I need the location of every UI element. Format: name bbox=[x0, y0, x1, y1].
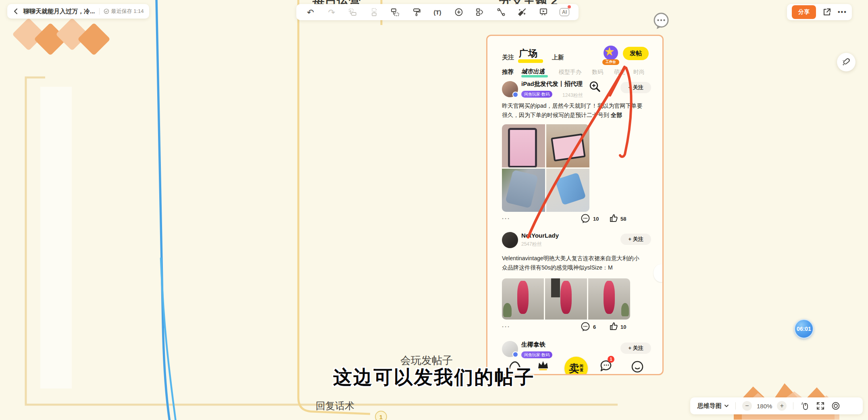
avatar-badge-icon bbox=[512, 351, 518, 357]
cat-recommend[interactable]: 推荐 bbox=[502, 68, 514, 76]
relation-line-button[interactable] bbox=[495, 6, 507, 18]
phone-screenshot-frame[interactable]: 关注 广场 上新 ★ 工作台 发帖 推荐 城市出逃 模型手办 数码 萌宠 时尚 … bbox=[486, 35, 664, 375]
outline-structure-button[interactable] bbox=[474, 6, 486, 18]
like-count: 10 bbox=[620, 324, 626, 330]
messages-tab[interactable]: 1 bbox=[599, 359, 615, 374]
cat-models[interactable]: 模型手办 bbox=[559, 69, 581, 76]
view-mode-label: 思维导图 bbox=[697, 402, 722, 410]
saved-check-icon bbox=[104, 8, 109, 14]
sell-sublabel: 闲置 bbox=[580, 364, 583, 372]
cat-pets[interactable]: 萌宠 bbox=[614, 69, 625, 76]
like-count: 58 bbox=[620, 216, 626, 222]
post-more-menu[interactable]: ··· bbox=[502, 215, 510, 222]
comment-icon[interactable] bbox=[580, 322, 591, 332]
author-level-badge: 闲鱼玩家·数码 bbox=[521, 351, 552, 358]
tab-square[interactable]: 广场 bbox=[519, 47, 537, 60]
post-image[interactable] bbox=[546, 124, 589, 167]
comment-count: 6 bbox=[593, 324, 596, 330]
post-text: 昨天官网买的ipad，居然今天就到了！我以为官网下单要很久，因为下单的时候写的是… bbox=[502, 101, 645, 120]
post-author[interactable]: 生椰拿铁 bbox=[521, 341, 545, 349]
profile-tab-icon[interactable] bbox=[631, 360, 644, 374]
magic-wand-button[interactable] bbox=[516, 6, 528, 18]
zoom-out-button[interactable]: − bbox=[742, 401, 752, 411]
post-image[interactable] bbox=[502, 169, 545, 212]
topright-actions: 分享 ••• bbox=[787, 4, 852, 20]
post-author[interactable]: NotYourLady bbox=[521, 232, 559, 239]
post-image-grid[interactable] bbox=[502, 124, 589, 212]
workbench-button[interactable]: ★ 工作台 bbox=[602, 46, 620, 65]
fullscreen-button[interactable] bbox=[815, 401, 826, 411]
post-image-row[interactable] bbox=[502, 278, 630, 320]
insert-sibling-node-button[interactable] bbox=[347, 6, 359, 18]
tab-new[interactable]: 上新 bbox=[552, 54, 564, 61]
frame-comment-bubble-icon[interactable] bbox=[652, 12, 670, 30]
document-header: 聊聊天就能月入过万，冷... 最近保存 1:14 bbox=[7, 4, 149, 19]
post-more-menu[interactable]: ··· bbox=[502, 323, 510, 330]
like-icon[interactable] bbox=[608, 321, 619, 331]
insert-child-node-button[interactable] bbox=[389, 6, 401, 18]
ai-notification-dot bbox=[568, 5, 571, 8]
back-icon[interactable] bbox=[13, 8, 19, 15]
post-text: Velentinavintage明艳大美人复古连衣裙来自意大利的小众品牌这件很有… bbox=[502, 254, 645, 272]
document-title[interactable]: 聊聊天就能月入过万，冷... bbox=[23, 8, 95, 15]
like-icon[interactable] bbox=[608, 213, 619, 223]
crown-play-tab-icon[interactable] bbox=[537, 359, 550, 372]
text-tool-button[interactable]: (T) bbox=[431, 6, 443, 18]
main-toolbar: ↶ ↷ (T) AI bbox=[296, 4, 579, 20]
recording-timer[interactable]: 06:01 bbox=[794, 319, 814, 339]
sell-button[interactable]: 卖 闲置 bbox=[564, 357, 588, 375]
mouse-mode-button[interactable] bbox=[800, 401, 810, 411]
zoom-cursor-icon bbox=[588, 80, 603, 95]
post-more-link[interactable]: 全部 bbox=[611, 112, 622, 118]
follower-count: 1243粉丝 bbox=[562, 92, 583, 99]
app-canvas: 每日运营 分支主题 2 会玩发帖子 回复话术 1 关注 广场 上新 ★ 工作台 … bbox=[0, 0, 868, 420]
export-link-icon[interactable] bbox=[822, 8, 831, 17]
magic-eraser-icon bbox=[841, 57, 851, 67]
cat-digital[interactable]: 数码 bbox=[592, 69, 603, 76]
insert-parent-node-button[interactable] bbox=[368, 6, 380, 18]
follow-button[interactable]: + 关注 bbox=[620, 343, 651, 354]
ai-assistant-button[interactable]: AI bbox=[558, 6, 570, 18]
save-status-text: 最近保存 1:14 bbox=[111, 8, 144, 15]
post-image[interactable] bbox=[502, 124, 545, 167]
zoom-level: 180% bbox=[757, 403, 772, 410]
tab-follow[interactable]: 关注 bbox=[502, 54, 514, 61]
zoom-in-button[interactable]: + bbox=[777, 401, 787, 411]
chevron-down-icon bbox=[724, 403, 729, 408]
cat-fashion[interactable]: 时尚 bbox=[633, 69, 645, 76]
divider bbox=[99, 8, 100, 15]
save-status: 最近保存 1:14 bbox=[104, 8, 144, 15]
magic-eraser-button[interactable] bbox=[837, 53, 856, 71]
cat-city-escape[interactable]: 城市出逃 bbox=[521, 68, 545, 75]
undo-button[interactable]: ↶ bbox=[304, 6, 316, 18]
format-painter-button[interactable] bbox=[410, 6, 423, 18]
redo-button[interactable]: ↷ bbox=[326, 6, 338, 18]
video-subtitle: 这边可以发我们的帖子 bbox=[333, 365, 535, 390]
avatar[interactable] bbox=[502, 232, 518, 248]
view-mode-select[interactable]: 思维导图 bbox=[697, 402, 729, 410]
post-image[interactable] bbox=[546, 169, 589, 212]
post-author[interactable]: iPad批发代发丨招代理 bbox=[521, 80, 583, 88]
follow-button[interactable]: + 关注 bbox=[620, 82, 651, 93]
ai-label: AI bbox=[560, 8, 569, 16]
create-post-button[interactable]: 发帖 bbox=[623, 47, 649, 60]
workbench-label: 工作台 bbox=[602, 59, 619, 65]
node-reply-script[interactable]: 回复话术 bbox=[316, 399, 354, 412]
more-menu-button[interactable]: ••• bbox=[838, 8, 847, 16]
post-image[interactable] bbox=[545, 278, 587, 320]
divider bbox=[735, 402, 736, 410]
follow-button[interactable]: + 关注 bbox=[620, 234, 651, 245]
square-tab-highlight bbox=[518, 59, 543, 63]
insert-button[interactable] bbox=[453, 6, 465, 18]
post-image[interactable] bbox=[588, 278, 630, 320]
comment-count: 10 bbox=[593, 216, 599, 222]
post-image[interactable] bbox=[502, 278, 544, 320]
presentation-button[interactable] bbox=[537, 6, 550, 18]
node-count-badge[interactable]: 1 bbox=[375, 411, 387, 420]
share-button[interactable]: 分享 bbox=[792, 5, 816, 19]
message-badge: 1 bbox=[608, 356, 614, 363]
avatar-badge-icon bbox=[512, 92, 518, 98]
comment-icon[interactable] bbox=[580, 213, 591, 224]
star-icon: ★ bbox=[604, 45, 614, 58]
focus-view-button[interactable] bbox=[831, 401, 841, 411]
